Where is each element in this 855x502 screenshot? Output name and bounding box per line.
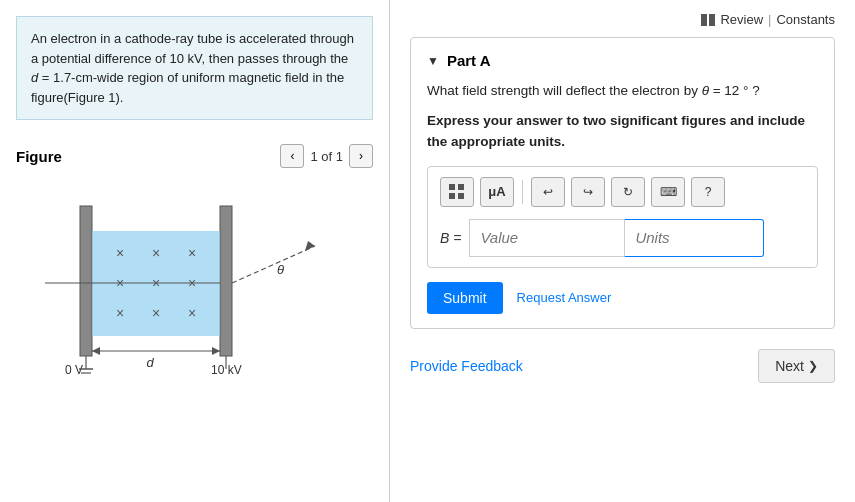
submit-button[interactable]: Submit <box>427 282 503 314</box>
help-button[interactable]: ? <box>691 177 725 207</box>
svg-rect-0 <box>80 206 92 356</box>
figure-diagram: × × × × × × × × × θ d <box>25 176 365 396</box>
mu-button[interactable]: μΑ <box>480 177 514 207</box>
next-button[interactable]: Next ❯ <box>758 349 835 383</box>
review-icon <box>701 14 715 26</box>
matrix-button[interactable] <box>440 177 474 207</box>
svg-text:d: d <box>146 355 154 370</box>
right-panel: Review | Constants ▼ Part A What field s… <box>390 0 855 502</box>
problem-text: An electron in a cathode-ray tube is acc… <box>16 16 373 120</box>
refresh-button[interactable]: ↻ <box>611 177 645 207</box>
part-label: Part A <box>447 52 491 69</box>
value-input[interactable] <box>469 219 624 257</box>
b-label: B = <box>440 230 461 246</box>
part-section: ▼ Part A What field strength will deflec… <box>410 37 835 329</box>
svg-marker-17 <box>92 347 100 355</box>
request-answer-link[interactable]: Request Answer <box>517 290 612 305</box>
svg-text:×: × <box>187 245 195 261</box>
svg-text:θ: θ <box>277 262 284 277</box>
svg-rect-1 <box>220 206 232 356</box>
units-input[interactable] <box>624 219 764 257</box>
svg-text:0 V: 0 V <box>65 363 83 377</box>
figure-header: Figure ‹ 1 of 1 › <box>16 144 373 168</box>
next-figure-button[interactable]: › <box>349 144 373 168</box>
action-row: Submit Request Answer <box>427 282 818 314</box>
part-header: ▼ Part A <box>427 52 818 69</box>
figure-count: 1 of 1 <box>310 149 343 164</box>
input-row: B = <box>440 219 805 257</box>
separator: | <box>768 12 771 27</box>
svg-line-13 <box>232 246 315 283</box>
toolbar-separator <box>522 180 523 204</box>
svg-marker-14 <box>305 241 315 251</box>
question-text: What field strength will deflect the ele… <box>427 81 818 101</box>
toolbar: μΑ ↩ ↪ ↻ ⌨ ? <box>440 177 805 207</box>
svg-text:×: × <box>115 245 123 261</box>
svg-text:×: × <box>151 305 159 321</box>
problem-content: An electron in a cathode-ray tube is acc… <box>31 31 354 105</box>
part-arrow-icon: ▼ <box>427 54 439 68</box>
next-chevron-icon: ❯ <box>808 359 818 373</box>
figure-nav: ‹ 1 of 1 › <box>280 144 373 168</box>
top-bar: Review | Constants <box>410 12 835 27</box>
answer-box: μΑ ↩ ↪ ↻ ⌨ ? B = <box>427 166 818 268</box>
svg-marker-18 <box>212 347 220 355</box>
instruction-text: Express your answer to two significant f… <box>427 111 818 152</box>
provide-feedback-link[interactable]: Provide Feedback <box>410 358 523 374</box>
figure-title: Figure <box>16 148 280 165</box>
svg-text:×: × <box>187 305 195 321</box>
svg-text:×: × <box>115 305 123 321</box>
bottom-bar: Provide Feedback Next ❯ <box>410 349 835 383</box>
undo-button[interactable]: ↩ <box>531 177 565 207</box>
next-label: Next <box>775 358 804 374</box>
svg-text:×: × <box>151 245 159 261</box>
redo-button[interactable]: ↪ <box>571 177 605 207</box>
left-panel: An electron in a cathode-ray tube is acc… <box>0 0 390 502</box>
prev-figure-button[interactable]: ‹ <box>280 144 304 168</box>
constants-link[interactable]: Constants <box>776 12 835 27</box>
keyboard-button[interactable]: ⌨ <box>651 177 685 207</box>
review-link[interactable]: Review <box>720 12 763 27</box>
